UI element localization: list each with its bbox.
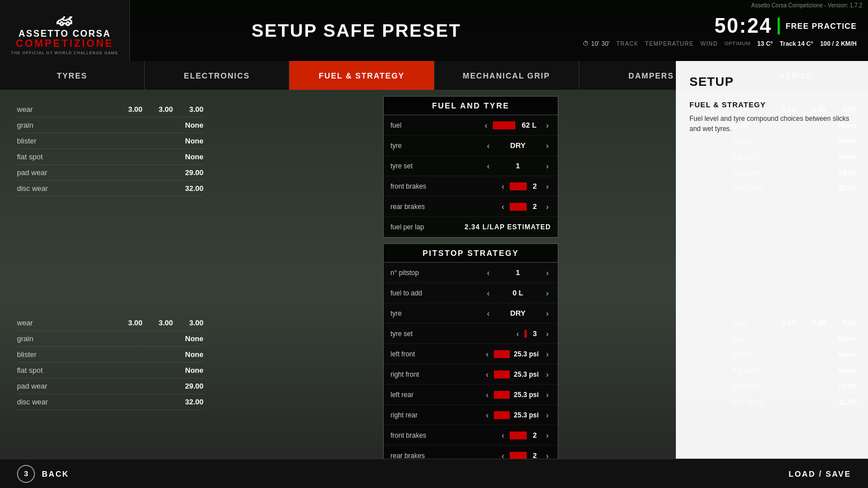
info-30: 30'	[601, 40, 609, 47]
right-sidebar: SETUP FUEL & STRATEGY Fuel level and tyr…	[676, 61, 868, 459]
pit-tyre-decrease-btn[interactable]: ‹	[485, 309, 492, 318]
optimum-label: OPTIMUM	[724, 41, 750, 46]
n-pitstop-row: N° pitstop ‹ 1 ›	[384, 263, 558, 283]
tyre-set-decrease-btn[interactable]: ‹	[485, 162, 492, 171]
pit-front-brakes-bar	[510, 432, 527, 439]
track-info: TRACK	[617, 41, 639, 47]
left-rear-row: left rear ‹ 25.3 psi ›	[384, 385, 558, 405]
header-right: 50:24 FREE PRACTICE ⏱ 10' 30' TRACK TEMP…	[583, 14, 868, 47]
wind-val: 100 / 2 KM/H	[820, 40, 857, 47]
right-front-increase-btn[interactable]: ›	[544, 370, 551, 379]
right-front-bar	[494, 371, 510, 378]
left-top-wear-values: 3.00 3.00 3.00	[120, 105, 203, 114]
pitstop-panel: PITSTOP STRATEGY N° pitstop ‹ 1 › fuel t…	[383, 243, 558, 487]
pit-tyre-increase-btn[interactable]: ›	[544, 309, 551, 318]
fuel-to-add-control: ‹ 0 L ›	[485, 289, 551, 298]
left-bottom-discwear-row: disc wear 32.00	[17, 394, 203, 410]
sidebar-section-title: FUEL & STRATEGY	[689, 101, 854, 109]
front-brakes-increase-btn[interactable]: ›	[544, 182, 551, 191]
right-rear-decrease-btn[interactable]: ‹	[484, 411, 491, 420]
rear-brakes-bar	[510, 203, 527, 211]
fuel-tyre-panel: FUEL AND TYRE fuel ‹ 62 L › tyre ‹	[383, 96, 558, 238]
rear-brakes-increase-btn[interactable]: ›	[544, 202, 551, 211]
left-front-increase-btn[interactable]: ›	[544, 350, 551, 359]
pit-front-brakes-increase-btn[interactable]: ›	[544, 431, 551, 440]
left-tyre-panel: Wear 3.00 3.00 3.00 Grain None Blister N…	[0, 90, 220, 459]
pit-front-brakes-decrease-btn[interactable]: ‹	[500, 431, 507, 440]
pit-tyre-row: tyre ‹ DRY ›	[384, 303, 558, 324]
left-front-decrease-btn[interactable]: ‹	[484, 350, 491, 359]
fuel-decrease-btn[interactable]: ‹	[483, 121, 490, 130]
timer-green-bar	[778, 18, 780, 34]
tyre-set-increase-btn[interactable]: ›	[544, 162, 551, 171]
logo-brand: COMPETIZIONE	[11, 38, 119, 50]
fuel-to-add-row: fuel to add ‹ 0 L ›	[384, 283, 558, 303]
logo: 🏎 ASSETTO CORSA COMPETIZIONE THE OFFICIA…	[11, 6, 119, 55]
load-save-button[interactable]: LOAD / SAVE	[789, 469, 851, 478]
pit-front-brakes-row: front brakes ‹ 2 ›	[384, 425, 558, 446]
left-rear-bar-container: 25.3 psi	[494, 391, 540, 399]
pitstop-header: PITSTOP STRATEGY	[384, 244, 558, 263]
right-front-bar-container: 25.3 psi	[494, 371, 540, 378]
center-panel: FUEL AND TYRE fuel ‹ 62 L › tyre ‹	[220, 90, 721, 459]
fuel-to-add-increase-btn[interactable]: ›	[544, 289, 551, 298]
pit-tyre-set-decrease-btn[interactable]: ‹	[514, 329, 522, 338]
fuel-per-lap-row: fuel per lap 2.34 L/LAP ESTIMATED	[384, 217, 558, 237]
left-rear-decrease-btn[interactable]: ‹	[484, 390, 491, 399]
back-circle: 3	[17, 465, 35, 483]
left-top-padwear-row: pad wear 29.00	[17, 165, 203, 181]
pit-tyre-set-bar-container: 3	[524, 329, 540, 338]
session-type: FREE PRACTICE	[785, 21, 857, 30]
right-front-decrease-btn[interactable]: ‹	[484, 370, 491, 379]
left-bottom-blister-row: Blister None	[17, 347, 203, 363]
rear-brakes-bar-container: 2	[510, 202, 540, 211]
front-brakes-control: ‹ 2 ›	[500, 182, 551, 191]
info-10: 10'	[591, 40, 599, 47]
pit-front-brakes-control: ‹ 2 ›	[500, 431, 551, 440]
front-brakes-row: front brakes ‹ 2 ›	[384, 176, 558, 197]
left-bottom-padwear-row: pad wear 29.00	[17, 378, 203, 394]
fuel-control: ‹ 62 L ›	[483, 121, 551, 130]
rear-brakes-decrease-btn[interactable]: ‹	[500, 202, 507, 211]
right-rear-bar-container: 25.3 psi	[494, 411, 540, 419]
tab-tyres[interactable]: TYRES	[0, 61, 145, 90]
tab-mechanical-grip[interactable]: MECHANICAL GRIP	[435, 61, 579, 90]
right-front-row: right front ‹ 25.3 psi ›	[384, 364, 558, 385]
header: 🏎 ASSETTO CORSA COMPETIZIONE THE OFFICIA…	[0, 0, 868, 61]
back-button[interactable]: 3 BACK	[17, 465, 69, 483]
n-pitstop-decrease-btn[interactable]: ‹	[485, 268, 492, 277]
tyre-row: tyre ‹ DRY ›	[384, 136, 558, 156]
fuel-increase-btn[interactable]: ›	[544, 121, 551, 130]
left-rear-bar	[494, 391, 510, 399]
pit-front-brakes-bar-container: 2	[510, 431, 540, 439]
left-bottom-grain-row: Grain None	[17, 331, 203, 347]
left-top-flatspot-row: Flat spot None	[17, 149, 203, 165]
tyre-decrease-btn[interactable]: ‹	[485, 141, 492, 150]
tyre-increase-btn[interactable]: ›	[544, 141, 551, 150]
logo-tagline: THE OFFICIAL GT WORLD CHALLENGE GAME	[11, 51, 119, 55]
left-bottom-flatspot-row: Flat spot None	[17, 363, 203, 378]
fuel-to-add-decrease-btn[interactable]: ‹	[485, 289, 492, 298]
tab-electronics[interactable]: ELECTRONICS	[145, 61, 289, 90]
rear-brakes-row: rear brakes ‹ 2 ›	[384, 197, 558, 217]
tyre-control: ‹ DRY ›	[485, 141, 551, 150]
n-pitstop-control: ‹ 1 ›	[485, 268, 551, 277]
back-label: BACK	[42, 469, 69, 478]
sidebar-description: Fuel level and tyre compound choices bet…	[689, 114, 854, 134]
track-temp: Track 14 C°	[780, 40, 813, 47]
left-front-bar-container: 25.3 psi	[494, 350, 540, 358]
front-brakes-decrease-btn[interactable]: ‹	[500, 182, 507, 191]
pit-tyre-set-increase-btn[interactable]: ›	[544, 329, 551, 338]
left-top-grain-row: Grain None	[17, 117, 203, 133]
n-pitstop-increase-btn[interactable]: ›	[544, 268, 551, 277]
right-rear-increase-btn[interactable]: ›	[544, 411, 551, 420]
temperature-info: TEMPERATURE	[645, 41, 694, 47]
fuel-bar	[493, 121, 515, 129]
right-front-control: ‹ 25.3 psi ›	[484, 370, 551, 379]
bottom-bar: 3 BACK LOAD / SAVE	[0, 459, 868, 488]
left-rear-increase-btn[interactable]: ›	[544, 390, 551, 399]
tab-fuel-strategy[interactable]: FUEL & STRATEGY	[289, 61, 434, 90]
left-front-bar	[494, 350, 510, 358]
left-top-wear-row: Wear 3.00 3.00 3.00	[17, 102, 203, 117]
info-clock-icon: ⏱ 10' 30'	[583, 40, 610, 47]
